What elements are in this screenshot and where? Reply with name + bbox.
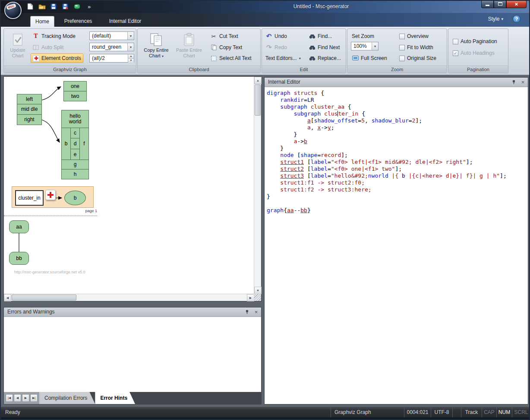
errors-tab-strip: |◀ ◀ ▶ ▶| Compilation Errors Error Hints (4, 392, 261, 404)
copy-text-button[interactable]: Copy Text (208, 43, 244, 52)
auto-headings-checkbox[interactable]: ✓ Auto Headings (451, 48, 496, 58)
paste-chart-icon (183, 32, 195, 47)
minimize-icon (486, 5, 489, 6)
app-menu-button[interactable]: MSC (4, 2, 22, 19)
chevron-down-icon[interactable]: ▾ (127, 32, 134, 40)
checkbox-checked-icon: ✓ (453, 50, 458, 56)
text-editors-button[interactable]: Text Editors... ▾ (264, 53, 303, 63)
vertical-scroll-thumb[interactable] (255, 85, 261, 116)
open-file-icon[interactable] (38, 2, 46, 11)
resize-grip[interactable] (254, 294, 261, 301)
maximize-button[interactable] (494, 0, 506, 8)
tab-preferences[interactable]: Preferences (58, 16, 98, 27)
next-error-button[interactable]: ▶ (22, 394, 29, 402)
close-panel-icon[interactable]: × (520, 79, 526, 85)
group-label-edit: Edit (262, 66, 346, 73)
chevron-down-icon[interactable]: ▾ (127, 43, 134, 51)
errors-list[interactable] (4, 317, 261, 392)
tab-internal-editor[interactable]: Internal Editor (102, 16, 148, 27)
graph-cluster-edge (4, 77, 254, 294)
original-size-button[interactable]: Original Size (398, 53, 438, 63)
scroll-up-icon[interactable]: ▲ (254, 77, 262, 84)
prev-error-button[interactable]: ◀ (14, 394, 21, 402)
help-button[interactable]: ? (513, 15, 521, 23)
scroll-right-icon[interactable]: ▶ (247, 294, 254, 301)
full-screen-icon (352, 55, 359, 62)
tab-error-hints[interactable]: Error Hints (95, 392, 135, 404)
workspace: onetwoleftmid dlerighthello worldbcdefgh… (0, 75, 530, 406)
tracking-mode-button[interactable]: T Tracking Mode (31, 31, 77, 41)
graph-footer-url: http://msc-generator.sourceforge.net v5.… (14, 270, 85, 274)
spin-down-icon[interactable]: ▼ (128, 58, 134, 63)
tracking-toggle-icon[interactable] (73, 2, 81, 11)
status-mode: Graphviz Graph (331, 407, 404, 417)
tab-compilation-errors[interactable]: Compilation Errors (39, 392, 95, 404)
pin-icon[interactable] (511, 79, 517, 85)
last-error-button[interactable]: ▶| (30, 394, 38, 402)
graph-canvas[interactable]: onetwoleftmid dlerighthello worldbcdefgh… (4, 77, 254, 294)
find-next-button[interactable]: Find Next (307, 43, 341, 52)
new-document-icon[interactable] (26, 2, 35, 11)
find-button[interactable]: Find... (307, 31, 334, 41)
paste-entire-chart-button[interactable]: Paste Entire Chart (173, 30, 205, 65)
element-control-plus-icon[interactable] (45, 190, 56, 200)
save-all-icon[interactable] (61, 2, 69, 11)
horizontal-scroll-thumb[interactable] (12, 295, 76, 301)
first-error-button[interactable]: |◀ (6, 394, 13, 402)
undo-button[interactable]: ↶ Undo (264, 31, 289, 41)
status-spacer (452, 407, 461, 417)
save-icon[interactable] (49, 2, 58, 11)
zoom-level-combo[interactable]: 100% ▾ (351, 42, 379, 50)
scroll-down-icon[interactable]: ▼ (254, 287, 262, 294)
minimize-button[interactable] (481, 0, 494, 8)
pin-icon[interactable] (244, 309, 250, 315)
page-selector[interactable]: (all)/2 ▲ ▼ (89, 54, 134, 63)
ribbon-group-zoom: Set Zoom 100% ▾ Full Screen Overview Fit… (347, 28, 447, 73)
ribbon-group-clipboard: Copy Entire Chart ▾ Paste Entire Chart ✂… (137, 28, 261, 73)
code-editor[interactable]: digraph structs { rankdir=LR subgraph cl… (265, 87, 528, 404)
update-chart-button[interactable]: Update Chart (6, 30, 30, 65)
spin-up-icon[interactable]: ▲ (128, 54, 134, 58)
chevron-down-icon[interactable]: ▾ (372, 42, 378, 50)
group-label-clipboard: Clipboard (138, 66, 260, 73)
select-all-text-button[interactable]: Select All Text (208, 53, 253, 63)
editor-panel-title: Internal Editor × (265, 78, 528, 87)
overview-button[interactable]: Overview (398, 31, 430, 41)
window-bottom-edge (0, 417, 530, 420)
graph-preview-panel: onetwoleftmid dlerighthello worldbcdefgh… (3, 76, 262, 301)
redo-button[interactable]: ↷ Redo (264, 43, 289, 52)
ribbon-tab-bar: Home Preferences Internal Editor Style ▾… (0, 13, 530, 27)
element-controls-button[interactable]: Element Controls (31, 53, 83, 63)
cut-text-button[interactable]: ✂ Cut Text (208, 31, 240, 41)
style-combo[interactable]: round_green ▾ (89, 43, 134, 51)
fit-to-width-button[interactable]: Fit to Width (398, 43, 435, 52)
toolbar-overflow-icon[interactable]: » (88, 3, 91, 10)
close-button[interactable]: × (506, 0, 527, 8)
set-zoom-label: Set Zoom (350, 31, 376, 41)
errors-panel-title: Errors and Warnings × (4, 307, 261, 317)
checkbox-unchecked-icon (453, 39, 458, 44)
auto-pagination-checkbox[interactable]: Auto Pagination (451, 37, 499, 46)
group-label-graphviz: Graphviz Graph (4, 66, 136, 73)
replace-button[interactable]: Replace... (307, 53, 343, 63)
full-screen-button[interactable]: Full Screen (350, 53, 389, 63)
status-bar: Ready Graphviz Graph 0004:021 UTF-8 Trac… (0, 406, 530, 417)
app-logo-text: MSC (6, 3, 16, 10)
copy-entire-chart-button[interactable]: Copy Entire Chart ▾ (140, 30, 172, 65)
style-dropdown[interactable]: Style ▾ (488, 16, 503, 22)
close-panel-icon[interactable]: × (253, 309, 259, 315)
overview-icon (399, 34, 405, 39)
tracking-mode-icon: T (32, 33, 39, 40)
tab-home[interactable]: Home (30, 16, 54, 27)
design-combo[interactable]: (default) ▾ (89, 31, 134, 40)
internal-editor-panel: Internal Editor × digraph structs { rank… (264, 77, 528, 404)
scroll-left-icon[interactable]: ◀ (4, 294, 11, 301)
page-spinner: ▲ ▼ (128, 54, 134, 62)
vertical-scrollbar: ▲ ▼ (254, 77, 261, 294)
element-controls-icon (33, 55, 39, 62)
editor-code: digraph structs { rankdir=LR subgraph cl… (267, 90, 528, 214)
group-label-zoom: Zoom (347, 66, 447, 73)
auto-split-button[interactable]: Auto Split (31, 43, 65, 52)
errors-nav-buttons: |◀ ◀ ▶ ▶| (4, 392, 39, 404)
update-chart-icon (12, 32, 24, 47)
